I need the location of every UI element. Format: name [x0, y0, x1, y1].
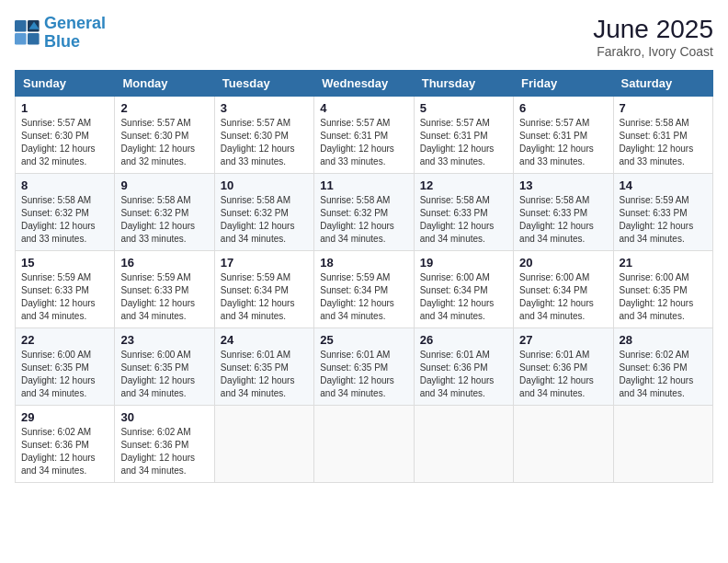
col-saturday: Saturday	[613, 71, 712, 97]
day-info: Sunrise: 5:58 AMSunset: 6:33 PMDaylight:…	[519, 195, 594, 244]
day-info: Sunrise: 5:59 AMSunset: 6:33 PMDaylight:…	[21, 272, 96, 321]
calendar-cell: 30 Sunrise: 6:02 AMSunset: 6:36 PMDaylig…	[115, 406, 214, 483]
calendar-cell: 2 Sunrise: 5:57 AMSunset: 6:30 PMDayligh…	[115, 97, 214, 174]
day-number: 21	[620, 256, 707, 270]
logo-general: General	[44, 14, 106, 32]
calendar-cell: 24 Sunrise: 6:01 AMSunset: 6:35 PMDaylig…	[214, 328, 313, 406]
calendar-cell: 25 Sunrise: 6:01 AMSunset: 6:35 PMDaylig…	[314, 328, 414, 406]
col-sunday: Sunday	[16, 71, 115, 97]
calendar-cell: 13 Sunrise: 5:58 AMSunset: 6:33 PMDaylig…	[514, 174, 613, 251]
day-info: Sunrise: 6:00 AMSunset: 6:34 PMDaylight:…	[519, 272, 594, 321]
calendar-row: 29 Sunrise: 6:02 AMSunset: 6:36 PMDaylig…	[16, 406, 713, 483]
day-number: 26	[420, 333, 507, 347]
day-info: Sunrise: 5:58 AMSunset: 6:33 PMDaylight:…	[420, 195, 495, 244]
calendar-cell: 14 Sunrise: 5:59 AMSunset: 6:33 PMDaylig…	[613, 174, 712, 251]
day-info: Sunrise: 5:57 AMSunset: 6:30 PMDaylight:…	[21, 118, 96, 167]
calendar-cell: 22 Sunrise: 6:00 AMSunset: 6:35 PMDaylig…	[16, 328, 115, 406]
logo-blue: Blue	[44, 33, 106, 52]
day-info: Sunrise: 6:02 AMSunset: 6:36 PMDaylight:…	[120, 427, 195, 476]
day-number: 18	[320, 256, 407, 270]
calendar-cell: 17 Sunrise: 5:59 AMSunset: 6:34 PMDaylig…	[214, 251, 313, 328]
calendar-cell: 5 Sunrise: 5:57 AMSunset: 6:31 PMDayligh…	[414, 97, 513, 174]
day-number: 20	[519, 256, 607, 270]
calendar-table: Sunday Monday Tuesday Wednesday Thursday…	[15, 70, 713, 483]
day-number: 15	[21, 256, 108, 270]
day-number: 22	[21, 333, 108, 347]
calendar-row: 1 Sunrise: 5:57 AMSunset: 6:30 PMDayligh…	[16, 97, 713, 174]
calendar-cell: 21 Sunrise: 6:00 AMSunset: 6:35 PMDaylig…	[613, 251, 712, 328]
day-number: 16	[120, 256, 208, 270]
day-number: 14	[620, 178, 707, 192]
day-number: 10	[221, 178, 308, 192]
calendar-cell: 1 Sunrise: 5:57 AMSunset: 6:30 PMDayligh…	[16, 97, 115, 174]
logo: General Blue	[15, 15, 106, 52]
day-info: Sunrise: 6:00 AMSunset: 6:34 PMDaylight:…	[420, 272, 495, 321]
day-number: 11	[320, 178, 407, 192]
calendar-cell: 3 Sunrise: 5:57 AMSunset: 6:30 PMDayligh…	[214, 97, 313, 174]
calendar-cell	[414, 406, 513, 483]
day-info: Sunrise: 5:58 AMSunset: 6:32 PMDaylight:…	[21, 195, 96, 244]
day-number: 3	[221, 101, 308, 115]
calendar-cell: 20 Sunrise: 6:00 AMSunset: 6:34 PMDaylig…	[514, 251, 613, 328]
calendar-row: 22 Sunrise: 6:00 AMSunset: 6:35 PMDaylig…	[16, 328, 713, 406]
day-info: Sunrise: 6:00 AMSunset: 6:35 PMDaylight:…	[21, 350, 96, 398]
day-number: 23	[120, 333, 208, 347]
calendar-cell: 18 Sunrise: 5:59 AMSunset: 6:34 PMDaylig…	[314, 251, 414, 328]
day-number: 28	[620, 333, 707, 347]
calendar-cell	[613, 406, 712, 483]
location: Farakro, Ivory Coast	[593, 44, 713, 59]
day-number: 24	[221, 333, 308, 347]
day-number: 8	[21, 178, 108, 192]
day-info: Sunrise: 6:02 AMSunset: 6:36 PMDaylight:…	[620, 350, 694, 398]
day-info: Sunrise: 5:58 AMSunset: 6:32 PMDaylight:…	[320, 195, 394, 244]
calendar-cell: 23 Sunrise: 6:00 AMSunset: 6:35 PMDaylig…	[115, 328, 214, 406]
calendar-cell: 15 Sunrise: 5:59 AMSunset: 6:33 PMDaylig…	[16, 251, 115, 328]
day-info: Sunrise: 5:59 AMSunset: 6:34 PMDaylight:…	[221, 272, 295, 321]
day-info: Sunrise: 5:59 AMSunset: 6:33 PMDaylight:…	[120, 272, 195, 321]
calendar-cell	[314, 406, 414, 483]
svg-rect-3	[28, 33, 40, 45]
calendar-cell: 19 Sunrise: 6:00 AMSunset: 6:34 PMDaylig…	[414, 251, 513, 328]
logo-text: General Blue	[44, 15, 106, 52]
day-number: 2	[120, 101, 208, 115]
day-info: Sunrise: 5:57 AMSunset: 6:31 PMDaylight:…	[420, 118, 495, 167]
calendar-cell: 27 Sunrise: 6:01 AMSunset: 6:36 PMDaylig…	[514, 328, 613, 406]
day-info: Sunrise: 5:57 AMSunset: 6:31 PMDaylight:…	[519, 118, 594, 167]
day-info: Sunrise: 5:57 AMSunset: 6:30 PMDaylight:…	[120, 118, 195, 167]
day-number: 30	[120, 410, 208, 424]
day-info: Sunrise: 5:58 AMSunset: 6:32 PMDaylight:…	[221, 195, 295, 244]
calendar-cell: 12 Sunrise: 5:58 AMSunset: 6:33 PMDaylig…	[414, 174, 513, 251]
day-info: Sunrise: 5:57 AMSunset: 6:31 PMDaylight:…	[320, 118, 394, 167]
col-wednesday: Wednesday	[314, 71, 414, 97]
day-info: Sunrise: 6:01 AMSunset: 6:36 PMDaylight:…	[420, 350, 495, 398]
calendar-cell: 9 Sunrise: 5:58 AMSunset: 6:32 PMDayligh…	[115, 174, 214, 251]
day-number: 4	[320, 101, 407, 115]
day-number: 25	[320, 333, 407, 347]
col-thursday: Thursday	[414, 71, 513, 97]
col-tuesday: Tuesday	[214, 71, 313, 97]
svg-rect-0	[15, 20, 27, 32]
calendar-cell: 26 Sunrise: 6:01 AMSunset: 6:36 PMDaylig…	[414, 328, 513, 406]
calendar-row: 15 Sunrise: 5:59 AMSunset: 6:33 PMDaylig…	[16, 251, 713, 328]
page-header: General Blue June 2025 Farakro, Ivory Co…	[15, 15, 713, 59]
calendar-cell: 16 Sunrise: 5:59 AMSunset: 6:33 PMDaylig…	[115, 251, 214, 328]
day-info: Sunrise: 6:01 AMSunset: 6:36 PMDaylight:…	[519, 350, 594, 398]
calendar-cell: 7 Sunrise: 5:58 AMSunset: 6:31 PMDayligh…	[613, 97, 712, 174]
day-number: 12	[420, 178, 507, 192]
day-number: 13	[519, 178, 607, 192]
calendar-cell: 29 Sunrise: 6:02 AMSunset: 6:36 PMDaylig…	[16, 406, 115, 483]
day-info: Sunrise: 5:59 AMSunset: 6:33 PMDaylight:…	[620, 195, 694, 244]
month-year: June 2025	[593, 15, 713, 44]
calendar-cell	[514, 406, 613, 483]
col-friday: Friday	[514, 71, 613, 97]
day-number: 17	[221, 256, 308, 270]
day-number: 6	[519, 101, 607, 115]
calendar-cell: 8 Sunrise: 5:58 AMSunset: 6:32 PMDayligh…	[16, 174, 115, 251]
calendar-cell: 4 Sunrise: 5:57 AMSunset: 6:31 PMDayligh…	[314, 97, 414, 174]
day-info: Sunrise: 5:58 AMSunset: 6:32 PMDaylight:…	[120, 195, 195, 244]
calendar-cell: 11 Sunrise: 5:58 AMSunset: 6:32 PMDaylig…	[314, 174, 414, 251]
calendar-header-row: Sunday Monday Tuesday Wednesday Thursday…	[16, 71, 713, 97]
day-info: Sunrise: 5:57 AMSunset: 6:30 PMDaylight:…	[221, 118, 295, 167]
day-info: Sunrise: 6:01 AMSunset: 6:35 PMDaylight:…	[320, 350, 394, 398]
day-number: 29	[21, 410, 108, 424]
